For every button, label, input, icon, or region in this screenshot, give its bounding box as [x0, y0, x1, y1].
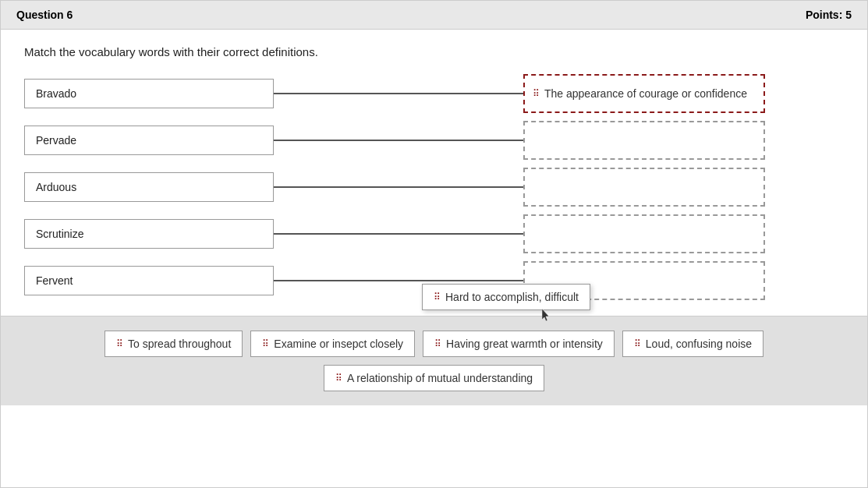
drop-zone-1-text: The appearance of courage or confidence — [544, 87, 747, 100]
quiz-body: Match the vocabulary words with their co… — [1, 30, 867, 316]
connector-5 — [274, 280, 523, 281]
instructions-text: Match the vocabulary words with their co… — [24, 45, 844, 58]
drag-handle-icon-5: ⠿ — [335, 373, 342, 384]
question-number: Question 6 — [16, 9, 73, 21]
quiz-header: Question 6 Points: 5 — [1, 1, 867, 30]
word-arduous: Arduous — [24, 172, 274, 202]
bank-item-2[interactable]: ⠿ Examine or insepct closely — [250, 331, 415, 357]
bank-item-1-label: To spread throughout — [128, 338, 231, 350]
drop-zone-5[interactable] — [523, 261, 765, 300]
match-row-pervade: Pervade — [24, 121, 844, 160]
connector-1 — [274, 93, 523, 94]
answer-bank: ⠿ To spread throughout ⠿ Examine or inse… — [1, 316, 867, 405]
bank-item-1[interactable]: ⠿ To spread throughout — [105, 331, 243, 357]
points-label: Points: 5 — [806, 9, 852, 21]
bank-item-2-label: Examine or insepct closely — [274, 338, 403, 350]
drop-zone-3[interactable] — [523, 168, 765, 207]
match-row-fervent: Fervent — [24, 261, 844, 300]
word-fervent: Fervent — [24, 266, 274, 295]
connector-4 — [274, 233, 523, 235]
match-row-scrutinize: Scrutinize — [24, 214, 844, 253]
matching-area: Bravado ⠿ The appearance of courage or c… — [24, 74, 844, 300]
bank-item-5[interactable]: ⠿ A relationship of mutual understanding — [324, 365, 544, 391]
drag-dots-icon: ⠿ — [533, 88, 540, 99]
bank-item-5-label: A relationship of mutual understanding — [347, 372, 533, 384]
drag-handle-icon-1: ⠿ — [116, 338, 123, 349]
quiz-wrapper: Question 6 Points: 5 Match the vocabular… — [0, 0, 868, 488]
word-bravado: Bravado — [24, 79, 274, 108]
bank-item-3-label: Having great warmth or intensity — [446, 338, 603, 350]
bank-item-3[interactable]: ⠿ Having great warmth or intensity — [423, 331, 615, 357]
drop-zone-2[interactable] — [523, 121, 765, 160]
connector-2 — [274, 140, 523, 141]
drop-zone-4[interactable] — [523, 214, 765, 253]
bank-item-4-label: Loud, confusing noise — [646, 338, 752, 350]
connector-3 — [274, 186, 523, 188]
drag-handle-icon-3: ⠿ — [434, 338, 441, 349]
drop-zone-1[interactable]: ⠿ The appearance of courage or confidenc… — [523, 74, 765, 113]
bank-item-4[interactable]: ⠿ Loud, confusing noise — [622, 331, 763, 357]
word-pervade: Pervade — [24, 126, 274, 155]
match-row-bravado: Bravado ⠿ The appearance of courage or c… — [24, 74, 844, 113]
word-scrutinize: Scrutinize — [24, 219, 274, 249]
match-row-arduous: Arduous — [24, 168, 844, 207]
drag-handle-icon-4: ⠿ — [634, 338, 641, 349]
drag-handle-icon-2: ⠿ — [262, 338, 269, 349]
